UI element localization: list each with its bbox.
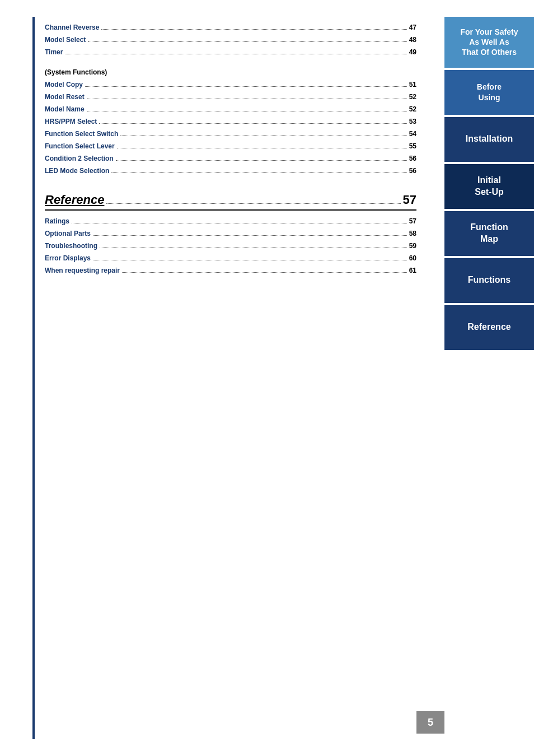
- toc-dots: [93, 235, 407, 236]
- toc-dots: [87, 111, 407, 111]
- toc-page: 49: [409, 47, 416, 57]
- toc-page: 51: [409, 80, 416, 90]
- toc-entry-led-mode: LED Mode Selection 56: [45, 166, 416, 176]
- toc-label: Timer: [45, 47, 63, 57]
- toc-entry-condition-2: Condition 2 Selection 56: [45, 153, 416, 164]
- toc-page: 53: [409, 116, 416, 127]
- toc-label: Model Select: [45, 35, 86, 45]
- sidebar: For Your SafetyAs Well AsThat Of Others …: [444, 0, 534, 756]
- toc-dots: [101, 29, 406, 30]
- reference-heading: Reference 57: [45, 193, 416, 211]
- toc-label: Function Select Switch: [45, 129, 118, 139]
- toc-dots: [99, 123, 406, 124]
- toc-entry-model-copy: Model Copy 51: [45, 80, 416, 90]
- page-number: 5: [416, 711, 444, 734]
- toc-dots: [120, 136, 406, 136]
- toc-page: 60: [409, 253, 416, 263]
- reference-heading-text: Reference: [45, 193, 104, 207]
- toc-entry-model-select: Model Select 48: [45, 35, 416, 45]
- toc-entry-model-reset: Model Reset 52: [45, 92, 416, 102]
- reference-heading-dots: [106, 203, 400, 204]
- toc-page: 55: [409, 141, 416, 151]
- toc-page: 59: [409, 241, 416, 251]
- toc-page: 56: [409, 166, 416, 176]
- sidebar-tab-initial-setup[interactable]: InitialSet-Up: [444, 164, 534, 209]
- left-border: [32, 17, 35, 739]
- toc-page: 54: [409, 129, 416, 139]
- toc-label: Optional Parts: [45, 228, 91, 239]
- toc-entry-optional-parts: Optional Parts 58: [45, 228, 416, 239]
- sidebar-tab-reference-label: Reference: [467, 321, 510, 333]
- sidebar-tab-function-map-label: FunctionMap: [470, 222, 508, 245]
- toc-label: When requesting repair: [45, 265, 120, 276]
- sidebar-tab-safety[interactable]: For Your SafetyAs Well AsThat Of Others: [444, 17, 534, 68]
- toc-page: 56: [409, 153, 416, 164]
- toc-entry-error-displays: Error Displays 60: [45, 253, 416, 263]
- toc-page: 61: [409, 265, 416, 276]
- toc-dots: [65, 54, 406, 54]
- toc-page: 58: [409, 228, 416, 239]
- toc-page: 47: [409, 22, 416, 32]
- sidebar-tab-functions-label: Functions: [468, 274, 510, 286]
- toc-entry-ratings: Ratings 57: [45, 216, 416, 226]
- toc-page: 57: [409, 216, 416, 226]
- toc-page: 52: [409, 92, 416, 102]
- sidebar-tab-function-map[interactable]: FunctionMap: [444, 211, 534, 256]
- toc-entry-hrs-ppm: HRS/PPM Select 53: [45, 116, 416, 127]
- toc-label: LED Mode Selection: [45, 166, 109, 176]
- sidebar-tab-installation[interactable]: Installation: [444, 117, 534, 162]
- toc-dots: [88, 41, 406, 42]
- sidebar-tab-reference[interactable]: Reference: [444, 305, 534, 350]
- toc-page: 48: [409, 35, 416, 45]
- toc-entry-timer: Timer 49: [45, 47, 416, 57]
- toc-label: Ratings: [45, 216, 69, 226]
- toc-label: Function Select Lever: [45, 141, 115, 151]
- sidebar-tab-functions[interactable]: Functions: [444, 258, 534, 303]
- toc-dots: [116, 160, 407, 161]
- toc-dots: [85, 86, 407, 87]
- toc-entry-requesting-repair: When requesting repair 61: [45, 265, 416, 276]
- toc-entry-model-name: Model Name 52: [45, 104, 416, 114]
- toc-dots: [122, 272, 407, 273]
- toc-dots: [111, 172, 406, 173]
- toc-page: 52: [409, 104, 416, 114]
- toc-entry-troubleshooting: Troubleshooting 59: [45, 241, 416, 251]
- toc-label: Condition 2 Selection: [45, 153, 114, 164]
- system-functions-label: (System Functions): [45, 68, 416, 76]
- toc-dots: [87, 99, 407, 99]
- reference-heading-page: 57: [403, 193, 416, 207]
- reference-section: Ratings 57 Optional Parts 58 Troubleshoo…: [45, 216, 416, 276]
- toc-label: Model Name: [45, 104, 85, 114]
- system-functions-section: (System Functions) Model Copy 51 Model R…: [45, 68, 416, 176]
- toc-entry-channel-reverse: Channel Reverse 47: [45, 22, 416, 32]
- toc-label: Channel Reverse: [45, 22, 99, 32]
- sidebar-tab-before-using[interactable]: BeforeUsing: [444, 70, 534, 115]
- sidebar-tab-safety-label: For Your SafetyAs Well AsThat Of Others: [461, 27, 518, 58]
- sidebar-tab-initial-setup-label: InitialSet-Up: [475, 175, 504, 198]
- toc-label: Model Reset: [45, 92, 85, 102]
- top-toc-section: Channel Reverse 47 Model Select 48 Timer…: [45, 22, 416, 57]
- toc-label: HRS/PPM Select: [45, 116, 97, 127]
- toc-dots: [93, 260, 407, 260]
- sidebar-tab-installation-label: Installation: [466, 133, 513, 145]
- toc-entry-function-select-switch: Function Select Switch 54: [45, 129, 416, 139]
- toc-dots: [100, 248, 407, 248]
- sidebar-tab-before-using-label: BeforeUsing: [477, 82, 502, 102]
- toc-label: Model Copy: [45, 80, 83, 90]
- toc-label: Troubleshooting: [45, 241, 97, 251]
- toc-dots: [117, 148, 407, 148]
- toc-entry-function-select-lever: Function Select Lever 55: [45, 141, 416, 151]
- toc-label: Error Displays: [45, 253, 91, 263]
- toc-dots: [72, 223, 407, 223]
